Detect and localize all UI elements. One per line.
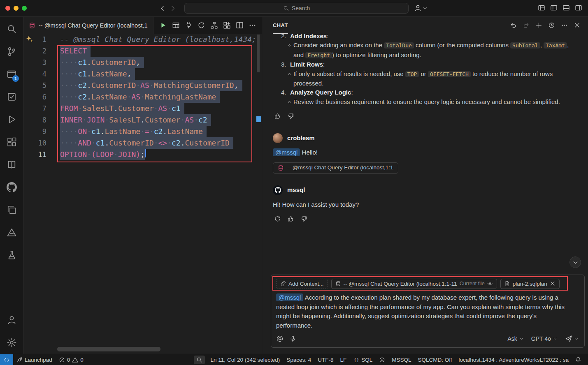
account-menu[interactable] — [414, 4, 428, 12]
chat-input[interactable]: @mssql According to the execution plan s… — [276, 293, 579, 330]
unhelpful-button[interactable] — [299, 214, 309, 224]
activity-source-control[interactable] — [2, 40, 21, 63]
more-actions-button[interactable] — [247, 20, 258, 30]
feedback[interactable] — [376, 354, 388, 365]
search-icon — [196, 357, 202, 363]
encoding[interactable]: UTF-8 — [314, 354, 337, 365]
toggle-panel-icon[interactable] — [550, 4, 558, 12]
toggle-bottom-panel-icon[interactable] — [562, 4, 570, 12]
chat-context-row: Add Context... -- @mssql Chat Query Edit… — [276, 278, 579, 289]
send-button[interactable] — [565, 335, 579, 342]
bullet-icon — [288, 101, 291, 103]
activity-notebooks[interactable] — [2, 153, 21, 176]
toggle-secondary-sidebar-icon[interactable] — [575, 4, 582, 12]
run-and-debug-icon — [7, 114, 17, 125]
window-controls — [5, 6, 27, 11]
estimated-plan-button[interactable] — [209, 20, 219, 30]
rerun-button[interactable] — [273, 214, 282, 224]
eye-icon[interactable] — [487, 281, 493, 286]
history-button[interactable] — [546, 20, 557, 30]
vscode-window: Search 1 — [0, 0, 588, 365]
mssql[interactable]: MSSQL — [388, 354, 414, 365]
activity-layers[interactable] — [2, 199, 21, 221]
notifications[interactable] — [572, 354, 585, 365]
problems-status[interactable]: 0 0 — [56, 354, 87, 365]
feedback-row — [273, 111, 577, 121]
zoom-indicator[interactable] — [194, 356, 205, 364]
launchpad-status[interactable]: Launchpad — [13, 354, 56, 365]
code-editor[interactable]: 1-- @mssql Chat Query Editor (localhost,… — [23, 34, 262, 354]
activity-extensions[interactable] — [2, 131, 21, 153]
send-icon — [565, 335, 572, 342]
zoom-window-button[interactable] — [22, 6, 27, 11]
activity-settings[interactable] — [2, 331, 21, 354]
redo-button[interactable] — [521, 20, 531, 30]
cursor-position[interactable]: Ln 11, Col 20 (342 selected) — [207, 354, 284, 365]
attachment-chip[interactable]: -- @mssql Chat Query Editor (localhost,1… — [273, 162, 398, 174]
toggle-primary-sidebar-icon[interactable] — [538, 4, 545, 12]
navigate-forward-button[interactable] — [169, 4, 177, 12]
language-mode[interactable]: {}SQL — [350, 354, 376, 365]
activity-triangle-a-extension[interactable] — [2, 221, 21, 244]
new-chat-button[interactable] — [534, 20, 544, 30]
list-subitem: Review the business requirement to ensur… — [273, 97, 577, 106]
add-context-chip[interactable]: Add Context... — [276, 279, 328, 289]
editor-tab[interactable]: -- @mssql Chat Query Editor (localhost,1 — [23, 17, 153, 34]
account-icon — [414, 4, 422, 12]
activity-github[interactable] — [2, 176, 21, 199]
mention-chip[interactable]: @mssql — [273, 148, 300, 156]
close-icon[interactable] — [550, 281, 555, 286]
close-panel-button[interactable] — [572, 20, 582, 30]
close-window-button[interactable] — [5, 6, 10, 11]
horizontal-scrollbar[interactable] — [57, 347, 160, 351]
activity-search[interactable] — [2, 18, 21, 40]
mention-picker-button[interactable] — [276, 335, 284, 342]
mention-chip[interactable]: @mssql — [276, 293, 303, 301]
chat-panel-actions — [508, 20, 582, 30]
eol[interactable]: LF — [337, 354, 350, 365]
inline-code: SubTotal — [510, 42, 540, 49]
sqlcmd[interactable]: SQLCMD: Off — [415, 354, 456, 365]
actual-plan-button[interactable] — [222, 20, 232, 30]
undo-button[interactable] — [508, 20, 518, 30]
inline-code: TotalDue — [384, 42, 414, 49]
remote-indicator[interactable] — [0, 354, 13, 365]
context-file-chip[interactable]: -- @mssql Chat Query Editor (localhost,1… — [331, 279, 497, 289]
helpful-button[interactable] — [273, 111, 282, 121]
results-grid-button[interactable] — [171, 20, 181, 30]
chat-messages: 2.Add Indexes:Consider adding an index o… — [262, 32, 588, 224]
connection[interactable]: localhost,1434 : AdventureWorksLT2022 : … — [456, 354, 572, 365]
activity-flask-extension[interactable] — [2, 244, 21, 266]
activity-run-and-debug[interactable] — [2, 108, 21, 131]
activity-accounts[interactable] — [2, 309, 21, 331]
chat-panel: CHAT 2.Add Indexes:Consider adding an in… — [262, 17, 588, 354]
refresh-connection-button[interactable] — [196, 20, 207, 30]
voice-input-button[interactable] — [289, 335, 296, 342]
command-center-search[interactable]: Search — [184, 3, 409, 14]
list-item: 3.Limit Rows: — [273, 60, 577, 69]
vertical-scrollbar[interactable] — [257, 35, 260, 72]
copilot-sparkle-icon[interactable] — [26, 35, 34, 43]
connect-button[interactable] — [184, 20, 194, 30]
bot-author: mssql — [287, 185, 305, 194]
chat-panel-title[interactable]: CHAT — [273, 17, 288, 34]
activity-remote-explorer[interactable]: 1 — [2, 63, 21, 85]
mode-selector[interactable]: Ask — [507, 335, 523, 342]
activity-bar: 1 — [0, 17, 23, 354]
activity-testing[interactable] — [2, 85, 21, 108]
chat-input-container: Add Context... -- @mssql Chat Query Edit… — [271, 275, 585, 348]
navigate-back-button[interactable] — [158, 4, 166, 12]
split-editor-button[interactable] — [235, 20, 245, 30]
smiley-icon — [379, 357, 385, 363]
minimize-window-button[interactable] — [14, 6, 19, 11]
indentation[interactable]: Spaces: 4 — [283, 354, 314, 365]
run-query-button[interactable] — [158, 20, 168, 30]
unhelpful-button[interactable] — [286, 111, 295, 121]
helpful-button[interactable] — [286, 214, 295, 224]
context-plan-file-chip[interactable]: plan-2.sqlplan — [500, 279, 560, 289]
model-selector[interactable]: GPT-4o — [531, 335, 558, 342]
mssql-avatar — [273, 185, 283, 195]
scroll-to-bottom-button[interactable] — [569, 256, 581, 268]
warning-icon — [72, 357, 78, 363]
more-button[interactable] — [559, 20, 569, 30]
